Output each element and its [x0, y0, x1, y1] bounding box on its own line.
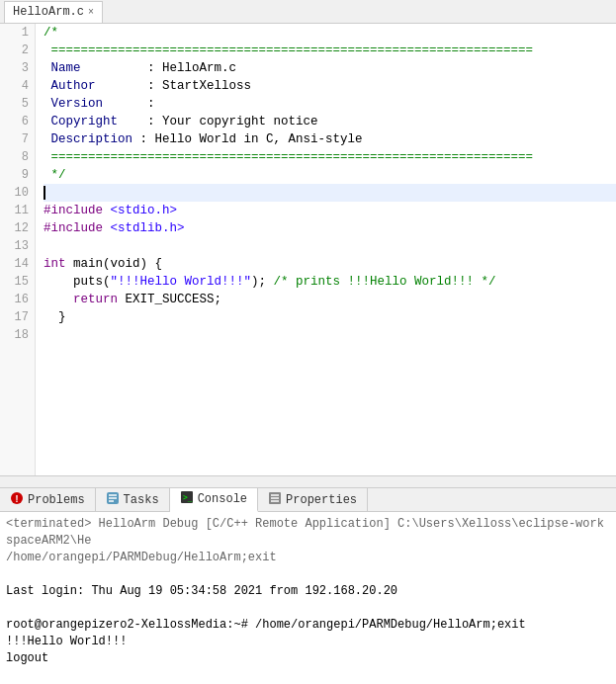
code-token: ); [251, 273, 274, 291]
line-number: 1 [6, 24, 29, 42]
code-token [103, 219, 111, 237]
code-line: ========================================… [44, 42, 616, 59]
line-number: 5 [6, 95, 29, 113]
horizontal-scrollbar[interactable] [0, 475, 616, 487]
line-number: 12 [6, 219, 29, 237]
console-line: logout [6, 650, 610, 667]
bottom-panel: !ProblemsTasks>_ConsoleProperties <termi… [0, 488, 616, 684]
code-line: ========================================… [44, 148, 616, 166]
code-line: puts("!!!Hello World!!!"); /* prints !!!… [44, 273, 616, 291]
code-token: #include [44, 219, 103, 237]
line-number: 17 [6, 308, 29, 326]
panel-tab-properties[interactable]: Properties [258, 488, 368, 512]
code-line: */ [44, 166, 616, 184]
code-token: : HelloArm.c [81, 59, 237, 77]
code-token: /* [44, 24, 58, 42]
panel-tab-label: Problems [28, 493, 85, 507]
line-number: 15 [6, 273, 29, 291]
code-token: /* prints !!!Hello World!!! */ [274, 273, 496, 291]
line-number: 7 [6, 130, 29, 148]
panel-tabs: !ProblemsTasks>_ConsoleProperties [0, 488, 616, 512]
code-line: return EXIT_SUCCESS; [44, 291, 616, 308]
svg-text:!: ! [14, 494, 20, 505]
code-token: : StartXelloss [96, 77, 252, 95]
file-tab-label: HelloArm.c [13, 5, 84, 19]
line-number: 18 [6, 326, 29, 344]
code-line: Copyright : Your copyright notice [44, 113, 616, 130]
code-token: puts( [44, 273, 111, 291]
code-token: : [103, 95, 155, 113]
svg-text:>_: >_ [183, 493, 193, 502]
tasks-icon [106, 491, 120, 509]
editor-tab-bar: HelloArm.c × [0, 0, 616, 24]
console-line [6, 600, 610, 617]
code-token [103, 202, 111, 219]
code-token: */ [44, 166, 66, 184]
console-line: !!!Hello World!!! [6, 634, 610, 650]
code-line: int main(void) { [44, 255, 616, 273]
code-line [44, 237, 616, 255]
line-number: 11 [6, 202, 29, 219]
panel-tab-label: Tasks [124, 493, 159, 507]
code-token: Author [44, 77, 96, 95]
code-line: } [44, 308, 616, 326]
line-number: 9 [6, 166, 29, 184]
code-line [44, 326, 616, 344]
line-number: 10 [6, 184, 29, 202]
console-icon: >_ [180, 490, 194, 508]
code-token: : Hello World in C, Ansi-style [132, 130, 363, 148]
editor-area: 123456789101112131415161718 /* =========… [0, 24, 616, 488]
text-cursor [44, 186, 45, 200]
code-token [44, 291, 73, 308]
line-numbers: 123456789101112131415161718 [0, 24, 36, 475]
properties-icon [268, 491, 282, 509]
code-line: Description : Hello World in C, Ansi-sty… [44, 130, 616, 148]
code-token: Name [44, 59, 81, 77]
code-token: } [44, 308, 66, 326]
code-line [44, 184, 616, 202]
line-number: 3 [6, 59, 29, 77]
code-line: /* [44, 24, 616, 42]
code-token: EXIT_SUCCESS; [118, 291, 221, 308]
line-number: 14 [6, 255, 29, 273]
code-token: <stdio.h> [111, 202, 178, 219]
code-token: ========================================… [44, 148, 533, 166]
line-number: 4 [6, 77, 29, 95]
console-line: <terminated> HelloArm Debug [C/C++ Remot… [6, 516, 610, 550]
code-token: int [44, 255, 66, 273]
console-line: Last login: Thu Aug 19 05:34:58 2021 fro… [6, 583, 610, 600]
console-line [6, 566, 610, 583]
code-line: #include <stdio.h> [44, 202, 616, 219]
line-number: 16 [6, 291, 29, 308]
panel-tab-console[interactable]: >_Console [170, 488, 258, 512]
code-line: Name : HelloArm.c [44, 59, 616, 77]
console-output[interactable]: <terminated> HelloArm Debug [C/C++ Remot… [0, 512, 616, 684]
code-line: Version : [44, 95, 616, 113]
file-tab[interactable]: HelloArm.c × [4, 1, 103, 23]
code-token: Version [44, 95, 103, 113]
panel-tab-tasks[interactable]: Tasks [96, 488, 170, 512]
console-line: /home/orangepi/PARMDebug/HelloArm;exit [6, 550, 610, 566]
code-token: "!!!Hello World!!!" [111, 273, 252, 291]
close-icon[interactable]: × [88, 7, 94, 18]
code-token: main(void) { [66, 255, 163, 273]
panel-tab-label: Console [198, 492, 247, 506]
code-line: Author : StartXelloss [44, 77, 616, 95]
code-token: #include [44, 202, 103, 219]
code-token: Copyright [44, 113, 118, 130]
code-token: ========================================… [44, 42, 533, 59]
problems-icon: ! [10, 491, 24, 509]
code-token: return [73, 291, 118, 308]
panel-tab-label: Properties [286, 493, 357, 507]
code-token: Description [44, 130, 132, 148]
code-area[interactable]: /* =====================================… [36, 24, 616, 475]
line-number: 6 [6, 113, 29, 130]
line-number: 13 [6, 237, 29, 255]
line-number: 2 [6, 42, 29, 59]
console-line: root@orangepizero2-XellossMedia:~# /home… [6, 617, 610, 634]
code-line: #include <stdlib.h> [44, 219, 616, 237]
line-number: 8 [6, 148, 29, 166]
code-token: : Your copyright notice [118, 113, 318, 130]
panel-tab-problems[interactable]: !Problems [0, 488, 96, 512]
code-token: <stdlib.h> [111, 219, 185, 237]
